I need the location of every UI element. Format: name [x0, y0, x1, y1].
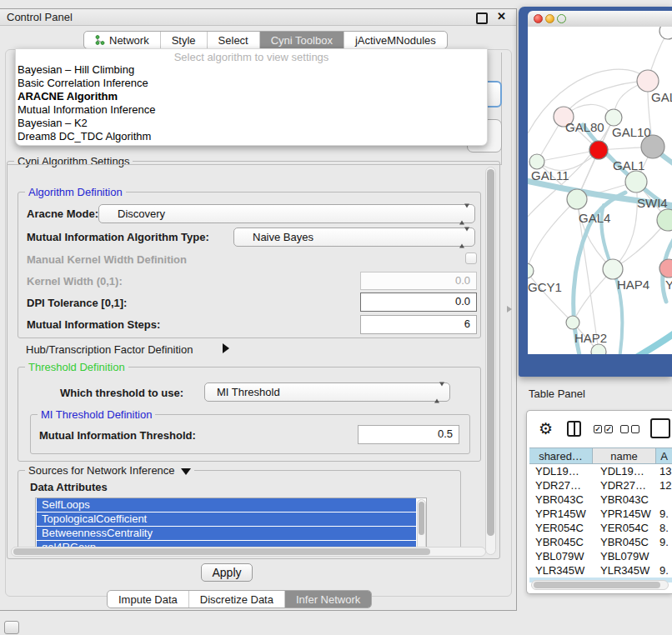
- node-gal[interactable]: [637, 70, 659, 92]
- table-row[interactable]: YBR043C YBR043C: [529, 492, 672, 507]
- dropdown-item[interactable]: Mutual Information Inference: [18, 103, 155, 117]
- table-row[interactable]: YER054C YER054C 8.: [529, 521, 672, 535]
- float-window-icon[interactable]: [476, 12, 488, 24]
- cell[interactable]: YPR145W: [593, 507, 656, 521]
- cell[interactable]: 8.: [656, 521, 672, 535]
- settings-horizontal-scrollbar[interactable]: [11, 547, 486, 557]
- cell[interactable]: YDL19…: [593, 464, 656, 478]
- table-horizontal-scrollbar[interactable]: [531, 580, 669, 590]
- expand-right-icon[interactable]: [223, 343, 229, 353]
- manual-kernel-checkbox[interactable]: [465, 252, 477, 264]
- tab-jactivemnodules[interactable]: jActiveMNodules: [344, 32, 447, 48]
- node-green-right[interactable]: [657, 209, 672, 231]
- node-unlabeled[interactable]: [659, 27, 672, 39]
- mi-type-combo[interactable]: Naive Bayes: [233, 228, 475, 247]
- cell[interactable]: 12: [656, 478, 672, 492]
- tab-style[interactable]: Style: [161, 32, 208, 48]
- node-gal1[interactable]: [625, 171, 647, 192]
- list-item[interactable]: TopologicalCoefficient: [37, 512, 416, 526]
- kernel-width-field[interactable]: 0.0: [360, 272, 477, 290]
- select-all-check-icon[interactable]: ✓: [604, 425, 613, 433]
- cell[interactable]: YBL079W: [529, 549, 593, 563]
- sources-title-wrap[interactable]: Sources for Network Inference: [25, 464, 194, 477]
- list-vertical-scrollbar[interactable]: [417, 499, 426, 551]
- cell[interactable]: YER054C: [593, 521, 656, 535]
- node-gal11[interactable]: [529, 154, 544, 169]
- dropdown-item[interactable]: Bayesian – Hill Climbing: [18, 63, 134, 77]
- cell[interactable]: [656, 492, 672, 507]
- node-hap4[interactable]: [603, 259, 623, 279]
- control-panel-titlebar[interactable]: Control Panel ✕: [0, 9, 516, 26]
- cell[interactable]: 9.: [656, 507, 672, 521]
- mac-zoom-icon[interactable]: [557, 14, 566, 23]
- document-icon[interactable]: [650, 418, 670, 438]
- tab-select[interactable]: Select: [208, 32, 260, 48]
- list-item[interactable]: BetweennessCentrality: [37, 527, 416, 540]
- cell[interactable]: YDL19…: [529, 464, 593, 478]
- cell[interactable]: YBL079W: [593, 549, 656, 563]
- cell[interactable]: [656, 549, 672, 563]
- scrollbar-thumb[interactable]: [13, 548, 430, 555]
- table-row[interactable]: YLR345W YLR345W 9.: [529, 563, 672, 578]
- cell[interactable]: YER054C: [529, 521, 593, 535]
- network-canvas[interactable]: GAL GAL80 GAL10 GAL11 GAL1 SWI4 GAL4 GCY…: [528, 27, 672, 354]
- table-row[interactable]: YDR27… YDR27… 12: [529, 478, 672, 492]
- deselect-all-icon[interactable]: [631, 425, 639, 433]
- restore-panel-button[interactable]: [4, 621, 19, 634]
- scrollbar-thumb[interactable]: [487, 169, 494, 536]
- cell[interactable]: YBR043C: [529, 492, 593, 507]
- dpi-tolerance-field[interactable]: 0.0: [360, 292, 477, 312]
- tab-infer-network[interactable]: Infer Network: [285, 591, 371, 608]
- mac-minimize-icon[interactable]: [545, 14, 554, 23]
- table-row[interactable]: YBL079W YBL079W: [529, 549, 672, 563]
- tab-discretize-data[interactable]: Discretize Data: [189, 591, 285, 608]
- aracne-mode-combo[interactable]: Discovery: [98, 204, 475, 223]
- node-selected-red[interactable]: [589, 141, 608, 159]
- cell[interactable]: YDR27…: [593, 478, 656, 492]
- table-row[interactable]: YDL19… YDL19… 13: [529, 464, 672, 478]
- network-window-titlebar[interactable]: [528, 11, 672, 28]
- dropdown-item-highlighted[interactable]: ARACNE Algorithm: [18, 90, 118, 103]
- node-gal10[interactable]: [605, 109, 622, 126]
- hub-factor-section-label[interactable]: Hub/Transcription Factor Definition: [26, 343, 193, 356]
- cell[interactable]: YBR045C: [593, 535, 656, 549]
- apply-button[interactable]: Apply: [201, 563, 253, 582]
- gear-icon[interactable]: ⚙: [539, 421, 553, 437]
- tab-cyni-toolbox[interactable]: Cyni Toolbox: [260, 32, 344, 48]
- close-icon[interactable]: ✕: [497, 10, 506, 22]
- node-gal4[interactable]: [567, 189, 587, 209]
- dropdown-item[interactable]: Bayesian – K2: [18, 117, 88, 130]
- cell[interactable]: 13: [656, 464, 672, 478]
- dropdown-item[interactable]: Dream8 DC_TDC Algorithm: [18, 130, 151, 143]
- cell[interactable]: YLR345W: [593, 563, 656, 578]
- dropdown-item[interactable]: Basic Correlation Inference: [18, 77, 148, 90]
- list-item[interactable]: SelfLoops: [37, 498, 416, 512]
- mi-threshold-field[interactable]: 0.5: [358, 425, 459, 444]
- cell[interactable]: YBR043C: [593, 492, 656, 507]
- tab-impute-data[interactable]: Impute Data: [108, 591, 189, 608]
- which-threshold-combo[interactable]: MI Threshold: [204, 382, 450, 402]
- deselect-all-icon[interactable]: [620, 425, 629, 433]
- settings-vertical-scrollbar[interactable]: [485, 167, 496, 555]
- node-bottom[interactable]: [591, 344, 606, 354]
- node-hap2[interactable]: [566, 316, 579, 329]
- node-gcy1[interactable]: [528, 263, 534, 278]
- splitpane-grabber-icon[interactable]: [507, 306, 512, 312]
- cell[interactable]: YBR045C: [529, 535, 593, 549]
- data-attributes-list[interactable]: SelfLoops TopologicalCoefficient Between…: [35, 498, 427, 551]
- column-header-shared-name[interactable]: shared…: [529, 448, 593, 463]
- cell[interactable]: YLR345W: [529, 563, 593, 578]
- mac-close-icon[interactable]: [534, 14, 543, 23]
- cell[interactable]: YPR145W: [529, 507, 593, 521]
- cell[interactable]: 9.: [656, 563, 672, 578]
- dropdown-placeholder-item[interactable]: Select algorithm to view settings: [16, 51, 487, 63]
- table-row[interactable]: YPR145W YPR145W 9.: [529, 507, 672, 521]
- collapse-down-icon[interactable]: [181, 468, 191, 475]
- cell[interactable]: YDR27…: [529, 478, 593, 492]
- mi-steps-field[interactable]: 6: [360, 315, 477, 334]
- column-header-name[interactable]: name: [593, 448, 656, 463]
- split-columns-icon[interactable]: [567, 421, 581, 437]
- table-row[interactable]: YBR045C YBR045C 9.: [529, 535, 672, 549]
- cell[interactable]: 9.: [656, 535, 672, 549]
- scrollbar-thumb[interactable]: [419, 502, 424, 535]
